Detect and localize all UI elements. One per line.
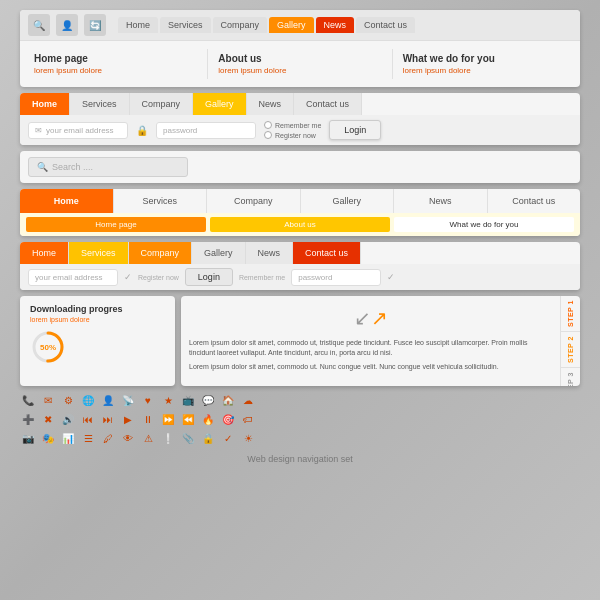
heart-icon[interactable]: ♥	[140, 392, 156, 408]
progress-circle: 50%	[30, 329, 66, 365]
nav5-tab-gallery[interactable]: Gallery	[192, 242, 246, 264]
nav2-form: ✉ your email address 🔒 password Remember…	[20, 115, 580, 145]
eye-icon[interactable]: 👁	[120, 430, 136, 446]
checkmark-icon-3[interactable]: ✓	[220, 430, 236, 446]
nav1-tab-contact[interactable]: Contact us	[356, 17, 415, 33]
rewind-icon[interactable]: ⏪	[180, 411, 196, 427]
icons-row-2: ➕ ✖ 🔊 ⏮ ⏭ ▶ ⏸ ⏩ ⏪ 🔥 🎯 🏷	[20, 411, 580, 427]
steps-content: ↙ ↗ Lorem ipsum dolor sit amet, commodo …	[181, 296, 560, 386]
nav1-home-sub: lorem ipsum dolore	[34, 66, 197, 75]
nav4-submenu: Home page About us What we do for you	[20, 213, 580, 236]
nav4-tab-services[interactable]: Services	[114, 189, 208, 213]
nav2-login-button[interactable]: Login	[329, 120, 381, 140]
step-1-label: STEP 1	[567, 300, 574, 327]
nav4-sub-whatwedo[interactable]: What we do for you	[394, 217, 574, 232]
step-3-item[interactable]: STEP 3	[561, 368, 580, 386]
globe-icon[interactable]: 🌐	[80, 392, 96, 408]
nav4-tabs: Home Services Company Gallery News Conta…	[20, 189, 580, 213]
nav2-tab-company[interactable]: Company	[130, 93, 194, 115]
steps-arrows: ↙ ↗	[189, 302, 552, 334]
menu-icon[interactable]: ☰	[80, 430, 96, 446]
nav5-login-button[interactable]: Login	[185, 268, 233, 286]
volume-icon[interactable]: 🔊	[60, 411, 76, 427]
navbar-2: Home Services Company Gallery News Conta…	[20, 93, 580, 145]
search-icon[interactable]: 🔍	[28, 14, 50, 36]
cross-icon[interactable]: ✖	[40, 411, 56, 427]
nav2-tab-news[interactable]: News	[247, 93, 295, 115]
navbar-3: 🔍 Search ....	[20, 151, 580, 183]
play-icon[interactable]: ▶	[120, 411, 136, 427]
chat-icon[interactable]: 💬	[200, 392, 216, 408]
sun-icon[interactable]: ☀	[240, 430, 256, 446]
star-icon[interactable]: ★	[160, 392, 176, 408]
nav4-sub-about[interactable]: About us	[210, 217, 390, 232]
tag-icon[interactable]: 🏷	[240, 411, 256, 427]
nav4-tab-news[interactable]: News	[394, 189, 488, 213]
skip-fwd-icon[interactable]: ⏭	[100, 411, 116, 427]
nav4-tab-home[interactable]: Home	[20, 189, 114, 213]
edit-icon[interactable]: 🖊	[100, 430, 116, 446]
nav4-tab-company[interactable]: Company	[207, 189, 301, 213]
nav2-tab-home[interactable]: Home	[20, 93, 70, 115]
email-icon-2[interactable]: ✉	[40, 392, 56, 408]
nav4-sub-home[interactable]: Home page	[26, 217, 206, 232]
home-icon[interactable]: 🏠	[220, 392, 236, 408]
radio-register	[264, 131, 272, 139]
warning-icon[interactable]: ⚠	[140, 430, 156, 446]
progress-widget: Downloading progres lorem ipsum dolore 5…	[20, 296, 175, 386]
lock-icon-2[interactable]: 🔒	[200, 430, 216, 446]
nav1-top-bar: 🔍 👤 🔄 Home Services Company Gallery News…	[20, 10, 580, 41]
email-icon: ✉	[35, 126, 42, 135]
step-2-label: STEP 2	[567, 336, 574, 363]
nav1-tab-gallery[interactable]: Gallery	[269, 17, 314, 33]
nav2-register-now[interactable]: Register now	[264, 131, 321, 139]
pause-icon[interactable]: ⏸	[140, 411, 156, 427]
tv-icon[interactable]: 📺	[180, 392, 196, 408]
settings-icon[interactable]: ⚙	[60, 392, 76, 408]
chart-icon[interactable]: 📊	[60, 430, 76, 446]
nav1-tab-home[interactable]: Home	[118, 17, 158, 33]
nav2-tab-gallery[interactable]: Gallery	[193, 93, 247, 115]
step-1-item[interactable]: STEP 1	[561, 296, 580, 332]
nav2-tab-contact[interactable]: Contact us	[294, 93, 362, 115]
person-icon[interactable]: 👤	[100, 392, 116, 408]
camera-icon[interactable]: 📷	[20, 430, 36, 446]
user-icon[interactable]: 👤	[56, 14, 78, 36]
nav5-tab-contact[interactable]: Contact us	[293, 242, 361, 264]
nav1-tab-company[interactable]: Company	[213, 17, 268, 33]
nav1-content: Home page lorem ipsum dolore About us lo…	[20, 41, 580, 87]
theater-icon[interactable]: 🎭	[40, 430, 56, 446]
nav5-tab-services[interactable]: Services	[69, 242, 129, 264]
fire-icon[interactable]: 🔥	[200, 411, 216, 427]
step-2-item[interactable]: STEP 2	[561, 332, 580, 368]
radio-remember	[264, 121, 272, 129]
nav2-tab-services[interactable]: Services	[70, 93, 130, 115]
info-icon[interactable]: ❕	[160, 430, 176, 446]
plus-icon[interactable]: ➕	[20, 411, 36, 427]
nav1-home-title: Home page	[34, 53, 197, 64]
nav2-tabs: Home Services Company Gallery News Conta…	[20, 93, 580, 115]
nav2-password-input[interactable]: password	[156, 122, 256, 139]
nav5-email-field[interactable]: your email address	[28, 269, 118, 286]
rss-icon[interactable]: 📡	[120, 392, 136, 408]
nav2-email-input[interactable]: ✉ your email address	[28, 122, 128, 139]
refresh-icon[interactable]: 🔄	[84, 14, 106, 36]
nav5-tab-news[interactable]: News	[246, 242, 294, 264]
nav4-tab-contact[interactable]: Contact us	[488, 189, 581, 213]
fast-fwd-icon[interactable]: ⏩	[160, 411, 176, 427]
nav4-tab-gallery[interactable]: Gallery	[301, 189, 395, 213]
progress-percentage: 50%	[40, 343, 56, 352]
clip-icon[interactable]: 📎	[180, 430, 196, 446]
nav2-remember-me[interactable]: Remember me	[264, 121, 321, 129]
search-bar[interactable]: 🔍 Search ....	[28, 157, 188, 177]
nav5-tab-home[interactable]: Home	[20, 242, 69, 264]
navbar-4: Home Services Company Gallery News Conta…	[20, 189, 580, 236]
nav5-password-field[interactable]: password	[291, 269, 381, 286]
target-icon[interactable]: 🎯	[220, 411, 236, 427]
nav5-tab-company[interactable]: Company	[129, 242, 193, 264]
skip-back-icon[interactable]: ⏮	[80, 411, 96, 427]
nav1-tab-services[interactable]: Services	[160, 17, 211, 33]
phone-icon[interactable]: 📞	[20, 392, 36, 408]
nav1-tab-news[interactable]: News	[316, 17, 355, 33]
cloud-icon[interactable]: ☁	[240, 392, 256, 408]
